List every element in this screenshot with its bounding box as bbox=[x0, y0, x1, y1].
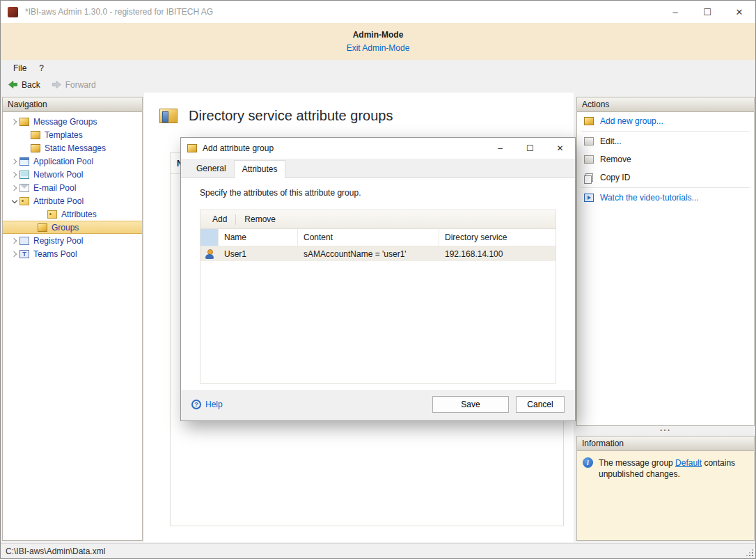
actions-panel-title: Actions bbox=[582, 100, 609, 109]
dialog-tabstrip: General Attributes bbox=[181, 159, 575, 178]
default-group-link[interactable]: Default bbox=[675, 458, 702, 468]
minimize-button[interactable]: – bbox=[659, 1, 691, 23]
forward-arrow-icon bbox=[52, 79, 62, 90]
dialog-maximize-button[interactable]: ☐ bbox=[515, 138, 545, 159]
nav-item-email-pool[interactable]: E-mail Pool bbox=[3, 181, 142, 194]
name-column-header[interactable]: Name bbox=[219, 229, 298, 246]
add-attribute-button[interactable]: Add bbox=[206, 212, 233, 226]
nav-item-attribute-pool[interactable]: Attribute Pool bbox=[3, 194, 142, 207]
action-label: Remove bbox=[600, 155, 631, 164]
menu-help[interactable]: ? bbox=[33, 61, 50, 75]
chevron-down-icon[interactable] bbox=[10, 196, 19, 206]
info-icon bbox=[583, 457, 593, 468]
information-panel: Information The message group Default co… bbox=[576, 436, 755, 541]
attributes-table: Add Remove Name Content Directory servic… bbox=[200, 210, 556, 384]
window-title: *IBI-aws Admin 1.30.0 - registered for I… bbox=[25, 7, 213, 17]
message-groups-icon bbox=[19, 118, 29, 126]
actions-separator bbox=[581, 131, 750, 132]
information-body: The message group Default contains unpub… bbox=[577, 451, 754, 540]
content-header: Directory service attribute groups bbox=[144, 93, 574, 124]
tab-attributes[interactable]: Attributes bbox=[234, 160, 286, 178]
row-name-cell: User1 bbox=[219, 249, 298, 259]
directory-service-column-header[interactable]: Directory service bbox=[439, 229, 556, 246]
chevron-right-icon[interactable] bbox=[10, 170, 19, 180]
action-label: Copy ID bbox=[600, 173, 630, 182]
row-content-cell: sAMAccountName = 'user1' bbox=[298, 249, 439, 259]
resize-grip-icon[interactable] bbox=[745, 548, 753, 556]
menu-file[interactable]: File bbox=[7, 61, 33, 75]
application-pool-icon bbox=[19, 157, 29, 166]
chevron-right-icon[interactable] bbox=[10, 249, 19, 259]
tab-general[interactable]: General bbox=[189, 160, 234, 178]
app-icon bbox=[8, 7, 18, 17]
forward-button[interactable]: Forward bbox=[52, 79, 96, 90]
nav-item-label: Attribute Pool bbox=[33, 196, 84, 206]
status-path: C:\IBI-aws\Admin\Data.xml bbox=[6, 546, 105, 556]
admin-mode-banner: Admin-Mode Exit Admin-Mode bbox=[1, 23, 755, 60]
information-panel-header: Information bbox=[577, 436, 754, 451]
remove-attribute-button[interactable]: Remove bbox=[238, 212, 282, 226]
copy-id-icon bbox=[584, 173, 594, 182]
user-icon bbox=[205, 249, 214, 259]
close-button[interactable]: ✕ bbox=[723, 1, 755, 23]
nav-item-label: Registry Pool bbox=[33, 236, 83, 246]
nav-item-templates[interactable]: Templates bbox=[3, 128, 142, 141]
action-add-new-group[interactable]: Add new group... bbox=[577, 112, 754, 130]
dialog-icon bbox=[187, 144, 197, 152]
nav-item-static-messages[interactable]: Static Messages bbox=[3, 141, 142, 155]
forward-label: Forward bbox=[65, 80, 96, 90]
nav-item-network-pool[interactable]: Network Pool bbox=[3, 168, 142, 181]
attributes-table-toolbar: Add Remove bbox=[200, 210, 556, 229]
nav-item-message-groups[interactable]: Message Groups bbox=[3, 115, 142, 128]
nav-item-label: Groups bbox=[52, 223, 79, 233]
exit-admin-mode-link[interactable]: Exit Admin-Mode bbox=[347, 43, 410, 53]
attributes-icon bbox=[47, 210, 57, 219]
icon-column-header[interactable] bbox=[200, 229, 219, 246]
splitter-dots: ... bbox=[660, 425, 671, 436]
nav-item-groups[interactable]: Groups bbox=[3, 221, 142, 234]
dialog-close-button[interactable]: ✕ bbox=[545, 138, 575, 159]
registry-pool-icon bbox=[19, 237, 29, 245]
maximize-button[interactable]: ☐ bbox=[691, 1, 723, 23]
chevron-right-icon[interactable] bbox=[10, 236, 19, 246]
nav-item-label: Static Messages bbox=[45, 143, 106, 153]
chevron-right-icon[interactable] bbox=[10, 157, 19, 166]
information-panel-title: Information bbox=[582, 439, 624, 448]
dialog-controls: – ☐ ✕ bbox=[485, 138, 575, 159]
nav-toolbar: Back Forward bbox=[1, 76, 755, 93]
help-icon bbox=[191, 400, 201, 409]
chevron-right-icon[interactable] bbox=[10, 117, 19, 127]
navigation-panel: Navigation Message Groups Templates Stat… bbox=[2, 97, 143, 541]
back-button[interactable]: Back bbox=[8, 79, 40, 90]
nav-item-teams-pool[interactable]: Teams Pool bbox=[3, 247, 142, 260]
action-watch-tutorials[interactable]: Watch the video-tutorials... bbox=[577, 189, 754, 207]
email-pool-icon bbox=[19, 184, 29, 192]
chevron-right-icon[interactable] bbox=[10, 183, 19, 193]
attributes-table-header: Name Content Directory service bbox=[200, 229, 556, 246]
table-row[interactable]: User1 sAMAccountName = 'user1' 192.168.1… bbox=[200, 246, 556, 261]
save-button[interactable]: Save bbox=[432, 396, 509, 413]
cancel-button[interactable]: Cancel bbox=[516, 396, 565, 413]
nav-item-label: Message Groups bbox=[33, 117, 97, 127]
nav-item-attributes[interactable]: Attributes bbox=[3, 207, 142, 221]
nav-item-application-pool[interactable]: Application Pool bbox=[3, 155, 142, 168]
dialog-minimize-button[interactable]: – bbox=[485, 138, 515, 159]
panel-splitter[interactable]: ... bbox=[576, 425, 755, 436]
action-remove[interactable]: Remove bbox=[577, 150, 754, 168]
action-label: Add new group... bbox=[600, 116, 663, 126]
information-message: The message group Default contains unpub… bbox=[599, 457, 748, 480]
action-copy-id[interactable]: Copy ID bbox=[577, 168, 754, 187]
network-pool-icon bbox=[19, 171, 29, 179]
nav-item-label: Attributes bbox=[61, 210, 97, 219]
page-title: Directory service attribute groups bbox=[189, 108, 393, 124]
help-link[interactable]: Help bbox=[191, 400, 223, 409]
status-bar: C:\IBI-aws\Admin\Data.xml bbox=[1, 543, 755, 558]
add-attribute-group-dialog: Add attribute group – ☐ ✕ General Attrib… bbox=[180, 137, 576, 421]
action-edit[interactable]: Edit... bbox=[577, 132, 754, 150]
edit-icon bbox=[584, 137, 594, 145]
window-controls: – ☐ ✕ bbox=[659, 1, 755, 23]
action-label: Watch the video-tutorials... bbox=[600, 193, 699, 203]
toolbar-separator bbox=[235, 214, 236, 225]
nav-item-registry-pool[interactable]: Registry Pool bbox=[3, 234, 142, 247]
content-column-header[interactable]: Content bbox=[298, 229, 439, 246]
